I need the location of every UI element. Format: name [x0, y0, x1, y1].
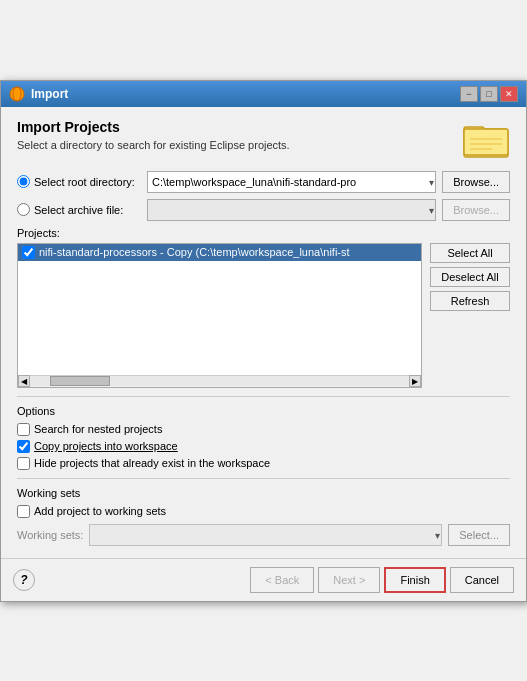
projects-action-buttons: Select All Deselect All Refresh	[430, 243, 510, 388]
archive-file-radio[interactable]	[17, 203, 30, 216]
header-section: Import Projects Select a directory to se…	[17, 119, 510, 159]
page-title: Import Projects	[17, 119, 290, 135]
hide-projects-row: Hide projects that already exist in the …	[17, 457, 510, 470]
scroll-right-arrow[interactable]: ▶	[409, 375, 421, 387]
root-directory-row: Select root directory: ▾ Browse...	[17, 171, 510, 193]
separator-1	[17, 396, 510, 397]
working-sets-select-button[interactable]: Select...	[448, 524, 510, 546]
deselect-all-button[interactable]: Deselect All	[430, 267, 510, 287]
nav-buttons: < Back Next > Finish Cancel	[250, 567, 514, 593]
back-button[interactable]: < Back	[250, 567, 314, 593]
root-directory-input[interactable]	[147, 171, 436, 193]
svg-rect-4	[464, 129, 508, 155]
add-working-sets-label[interactable]: Add project to working sets	[34, 505, 166, 517]
copy-projects-label[interactable]: Copy projects into workspace	[34, 440, 178, 452]
root-browse-button[interactable]: Browse...	[442, 171, 510, 193]
page-subtitle: Select a directory to search for existin…	[17, 139, 290, 151]
archive-browse-button[interactable]: Browse...	[442, 199, 510, 221]
working-sets-input-wrap: ▾	[89, 524, 442, 546]
separator-2	[17, 478, 510, 479]
working-sets-select[interactable]	[89, 524, 442, 546]
horizontal-scrollbar[interactable]: ◀ ▶	[18, 375, 421, 387]
projects-section: nifi-standard-processors - Copy (C:\temp…	[17, 243, 510, 388]
search-nested-checkbox[interactable]	[17, 423, 30, 436]
scroll-left-arrow[interactable]: ◀	[18, 375, 30, 387]
working-sets-heading: Working sets	[17, 487, 510, 499]
project-checkbox[interactable]	[22, 246, 35, 259]
projects-label: Projects:	[17, 227, 510, 239]
bottom-bar: ? < Back Next > Finish Cancel	[1, 558, 526, 601]
window-title: Import	[31, 87, 68, 101]
import-window: Import − □ ✕ Import Projects Select a di…	[0, 80, 527, 602]
eclipse-icon	[9, 86, 25, 102]
archive-file-radio-label[interactable]: Select archive file:	[17, 203, 147, 216]
root-directory-radio-label[interactable]: Select root directory:	[17, 175, 147, 188]
scroll-thumb[interactable]	[50, 376, 110, 386]
header-text: Import Projects Select a directory to se…	[17, 119, 290, 151]
minimize-button[interactable]: −	[460, 86, 478, 102]
finish-button[interactable]: Finish	[384, 567, 445, 593]
hide-projects-checkbox[interactable]	[17, 457, 30, 470]
copy-projects-checkbox[interactable]	[17, 440, 30, 453]
main-content: Import Projects Select a directory to se…	[1, 107, 526, 558]
add-to-working-sets-row: Add project to working sets	[17, 505, 510, 518]
archive-file-row: Select archive file: ▾ Browse...	[17, 199, 510, 221]
add-working-sets-checkbox[interactable]	[17, 505, 30, 518]
project-name: nifi-standard-processors - Copy (C:\temp…	[39, 246, 350, 258]
working-sets-row: Working sets: ▾ Select...	[17, 524, 510, 546]
options-section: Options Search for nested projects Copy …	[17, 405, 510, 470]
svg-point-0	[10, 87, 24, 101]
search-nested-label[interactable]: Search for nested projects	[34, 423, 162, 435]
list-item[interactable]: nifi-standard-processors - Copy (C:\temp…	[18, 244, 421, 261]
cancel-button[interactable]: Cancel	[450, 567, 514, 593]
hide-projects-label[interactable]: Hide projects that already exist in the …	[34, 457, 270, 469]
next-button[interactable]: Next >	[318, 567, 380, 593]
title-bar-left: Import	[9, 86, 68, 102]
refresh-button[interactable]: Refresh	[430, 291, 510, 311]
search-nested-row: Search for nested projects	[17, 423, 510, 436]
maximize-button[interactable]: □	[480, 86, 498, 102]
copy-projects-row: Copy projects into workspace	[17, 440, 510, 453]
projects-list-container[interactable]: nifi-standard-processors - Copy (C:\temp…	[17, 243, 422, 388]
projects-list: nifi-standard-processors - Copy (C:\temp…	[18, 244, 421, 261]
options-label: Options	[17, 405, 510, 417]
help-button[interactable]: ?	[13, 569, 35, 591]
working-sets-section: Working sets Add project to working sets…	[17, 487, 510, 546]
root-directory-input-wrap: ▾	[147, 171, 436, 193]
select-all-button[interactable]: Select All	[430, 243, 510, 263]
working-sets-label: Working sets:	[17, 529, 83, 541]
archive-file-input[interactable]	[147, 199, 436, 221]
folder-icon	[462, 119, 510, 159]
title-bar-controls: − □ ✕	[460, 86, 518, 102]
close-button[interactable]: ✕	[500, 86, 518, 102]
title-bar: Import − □ ✕	[1, 81, 526, 107]
root-directory-radio[interactable]	[17, 175, 30, 188]
archive-file-input-wrap: ▾	[147, 199, 436, 221]
